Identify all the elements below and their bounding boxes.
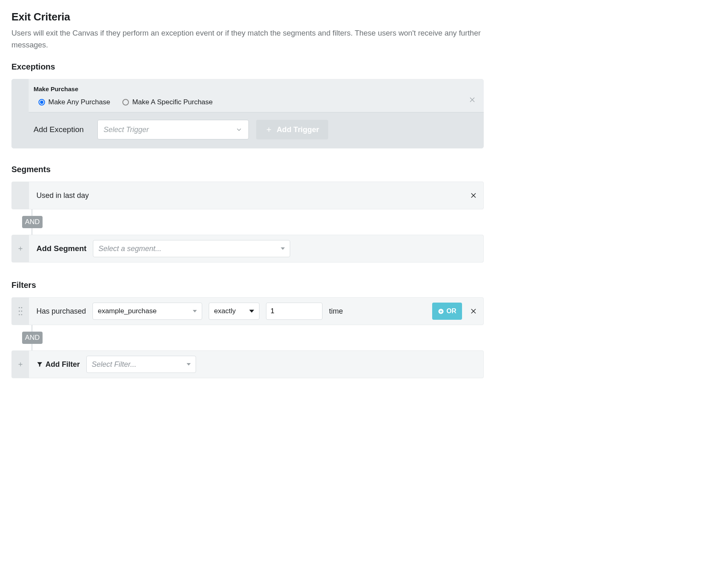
segments-heading: Segments: [11, 165, 484, 174]
or-button[interactable]: OR: [432, 303, 462, 320]
svg-point-5: [19, 314, 20, 315]
svg-marker-8: [249, 310, 254, 313]
page-title: Exit Criteria: [11, 11, 484, 23]
radio-dot-checked-icon: [38, 99, 45, 105]
exception-title: Make Purchase: [34, 85, 476, 92]
svg-point-4: [21, 311, 22, 312]
select-trigger-dropdown[interactable]: Select Trigger: [97, 120, 249, 139]
operator-value: exactly: [214, 307, 236, 315]
plus-circle-icon: [438, 308, 444, 314]
operator-dropdown[interactable]: exactly: [209, 303, 259, 320]
filters-and-pill: AND: [22, 332, 43, 344]
close-icon[interactable]: [469, 96, 476, 103]
radio-make-any-purchase[interactable]: Make Any Purchase: [38, 98, 110, 106]
page-description: Users will exit the Canvas if they perfo…: [11, 27, 484, 51]
add-segment-row: Add Segment Select a segment...: [11, 235, 484, 263]
segment-text: Used in last day: [36, 191, 89, 200]
funnel-icon: [36, 361, 43, 368]
chevron-down-icon: [235, 126, 243, 133]
add-exception-row: Add Exception Select Trigger Add Trigger: [29, 112, 484, 148]
product-dropdown[interactable]: example_purchase: [92, 303, 202, 320]
svg-point-2: [21, 307, 22, 308]
caret-down-icon: [281, 247, 285, 251]
filters-heading: Filters: [11, 281, 484, 290]
filter-prefix-text: Has purchased: [36, 307, 86, 316]
select-segment-placeholder: Select a segment...: [98, 245, 161, 253]
select-trigger-placeholder: Select Trigger: [104, 126, 149, 134]
caret-down-icon: [249, 310, 254, 313]
or-label: OR: [446, 307, 456, 315]
exceptions-gutter: [11, 79, 29, 148]
select-filter-placeholder: Select Filter...: [92, 360, 136, 369]
add-filter-row: Add Filter Select Filter...: [11, 350, 484, 378]
count-input[interactable]: [266, 303, 322, 320]
select-filter-dropdown[interactable]: Select Filter...: [86, 356, 196, 373]
add-segment-label: Add Segment: [36, 244, 86, 253]
exception-row: Make Purchase Make Any Purchase Make A S…: [29, 79, 484, 112]
add-filter-handle[interactable]: [12, 351, 29, 378]
add-segment-handle[interactable]: [12, 235, 29, 262]
select-segment-dropdown[interactable]: Select a segment...: [93, 240, 290, 257]
exceptions-heading: Exceptions: [11, 62, 484, 72]
filters-timeline: Has purchased example_purchase exactly t…: [11, 297, 484, 378]
svg-point-6: [21, 314, 22, 315]
svg-point-3: [19, 311, 20, 312]
add-filter-label-wrap: Add Filter: [36, 360, 80, 369]
segments-timeline: Used in last day AND Add Segment Select …: [11, 182, 484, 263]
caret-down-icon: [187, 362, 191, 366]
caret-down-icon: [193, 309, 197, 313]
remove-filter-icon[interactable]: [470, 307, 478, 315]
segments-and-pill: AND: [22, 216, 43, 228]
radio-make-specific-purchase[interactable]: Make A Specific Purchase: [122, 98, 213, 106]
remove-segment-icon[interactable]: [470, 192, 478, 199]
svg-point-1: [19, 307, 20, 308]
add-trigger-label: Add Trigger: [277, 125, 319, 134]
segment-handle[interactable]: [12, 182, 29, 209]
filter-row: Has purchased example_purchase exactly t…: [11, 297, 484, 325]
filter-suffix-text: time: [329, 307, 343, 316]
add-trigger-button[interactable]: Add Trigger: [256, 120, 328, 139]
add-exception-label: Add Exception: [34, 125, 90, 134]
svg-marker-7: [193, 310, 197, 312]
filter-drag-handle[interactable]: [12, 298, 29, 325]
segment-row: Used in last day: [11, 182, 484, 209]
svg-marker-0: [281, 247, 285, 250]
radio-any-label: Make Any Purchase: [48, 98, 110, 106]
svg-marker-10: [187, 363, 191, 366]
add-filter-label: Add Filter: [45, 360, 80, 369]
radio-dot-icon: [122, 99, 129, 105]
radio-specific-label: Make A Specific Purchase: [132, 98, 213, 106]
product-value: example_purchase: [98, 307, 157, 315]
exceptions-card: Make Purchase Make Any Purchase Make A S…: [11, 79, 484, 148]
plus-icon: [265, 126, 273, 133]
